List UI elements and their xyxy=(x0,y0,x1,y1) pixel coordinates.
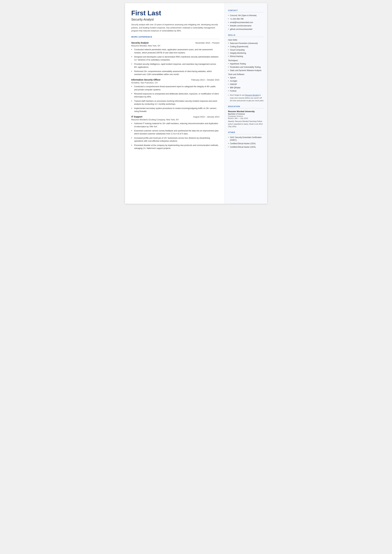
job-title-2: Information Security Officer xyxy=(131,78,161,81)
job-header-3: IT Support August 2010 – January 2013 xyxy=(131,115,219,118)
job-header-1: Security Analyst November 2015 – Present xyxy=(131,42,219,44)
job-dates-2: February 2013 – October 2015 xyxy=(191,79,219,81)
skill-item: Ethical Hacking xyxy=(228,55,264,58)
bullet-item: Authored IT training material for 18+ st… xyxy=(131,122,219,128)
education-section: EDUCATION Resume Worded University Bache… xyxy=(228,105,264,128)
technique-item: Penetration and Vulnerability Testing xyxy=(228,66,264,69)
technique-item: Hypothesis Testing xyxy=(228,63,264,65)
bullet-item: Implemented secondary system procedures … xyxy=(131,107,219,113)
contact-location: Concord, NH (Open to Remote) xyxy=(228,14,264,17)
other-list: GIAC Security Essentials Certification (… xyxy=(228,136,264,148)
left-column: First Last Security Analyst Security ana… xyxy=(125,3,224,204)
other-section-title: OTHER xyxy=(228,131,264,134)
skill-item: Integrity Monitoring xyxy=(228,52,264,55)
job-title-3: IT Support xyxy=(131,115,142,118)
tool-item: ArcSight xyxy=(228,80,264,83)
job-company-1: Resume Worded, New York, NY xyxy=(131,44,219,47)
contact-linkedin: linkedin.com/in/username xyxy=(228,24,264,27)
bullet-item: Resolved exposures to unexpected and del… xyxy=(131,92,219,98)
skill-item: Data-loss Prevention (Advanced) xyxy=(228,42,264,45)
job-company-3: Resume Worded's Exciting Company, New Yo… xyxy=(131,119,219,121)
techniques-label: Techniques: xyxy=(228,59,264,62)
edu-degree: Bachelor of Science xyxy=(228,113,264,115)
job-bullets-3: Authored IT training material for 18+ st… xyxy=(131,122,219,150)
other-section: OTHER GIAC Security Essentials Certifica… xyxy=(228,131,264,148)
bullet-item: Prevented disaster at the company by imp… xyxy=(131,144,219,150)
tools-list: Splunk ArcSight OWASP IBM QRadar Fortine… xyxy=(228,77,264,92)
job-company-2: Growthsi, San Francisco, CA xyxy=(131,82,219,84)
job-bullets-1: Conducted network penetration tests, app… xyxy=(131,48,219,76)
edu-date: Boston, MA — July 2010 xyxy=(228,117,264,119)
rw-note-prefix: Don't forget to use xyxy=(230,94,245,96)
skills-section-title: SKILLS xyxy=(228,34,264,37)
tool-item: OWASP xyxy=(228,83,264,86)
contact-list: Concord, NH (Open to Remote) +1-234-456-… xyxy=(228,14,264,31)
job-bullets-2: Conducted a comprehensive threat assessm… xyxy=(131,85,219,113)
bullet-item: Performed 19+ comprehensive vulnerabilit… xyxy=(131,70,219,76)
job-header-2: Information Security Officer February 20… xyxy=(131,78,219,81)
hard-skills-label: Hard Skills: xyxy=(228,39,264,41)
tools-label: Tools and Software: xyxy=(228,73,264,76)
other-item: Certified Ethical Hacker (CEH) xyxy=(228,142,264,145)
candidate-summary: Security analyst with over 10 years of e… xyxy=(131,23,219,32)
bullet-item: Examined customer service survey feedbac… xyxy=(131,129,219,135)
bullet-item: Conducted network penetration tests, app… xyxy=(131,48,219,54)
tool-item: Fortinet xyxy=(228,90,264,92)
techniques-list: Hypothesis Testing Penetration and Vulne… xyxy=(228,63,264,72)
candidate-title: Security Analyst xyxy=(131,18,219,21)
job-dates-1: November 2015 – Present xyxy=(196,42,219,44)
rw-link[interactable]: Resume Worded xyxy=(245,94,259,96)
bullet-item: Trained staff members on processes invol… xyxy=(131,100,219,106)
job-title-1: Security Analyst xyxy=(131,42,148,44)
job-dates-3: August 2010 – January 2013 xyxy=(193,116,219,118)
hard-skills-list: Data-loss Prevention (Advanced) Coding (… xyxy=(228,42,264,58)
skill-item: Cloud Computing xyxy=(228,49,264,51)
contact-github: github.com/resumeworded xyxy=(228,28,264,31)
candidate-name: First Last xyxy=(131,9,219,17)
contact-section: CONTACT Concord, NH (Open to Remote) +1-… xyxy=(228,9,264,31)
edu-school: Resume Worded University xyxy=(228,110,264,112)
work-experience-section-title: WORK EXPERIENCE xyxy=(131,36,219,39)
skill-item: Coding (Experienced) xyxy=(228,45,264,48)
bullet-item: Increased profits and revenues of 15+ bu… xyxy=(131,137,219,143)
other-item: Certified Ethical Hacker (CEH). xyxy=(228,146,264,148)
education-section-title: EDUCATION xyxy=(228,105,264,108)
contact-section-title: CONTACT xyxy=(228,9,264,12)
rw-promo-note: Don't forget to use Resume Worded to sca… xyxy=(228,94,264,102)
bullet-item: Designed and developed a plan to decentr… xyxy=(131,56,219,62)
resume-page: First Last Security Analyst Security ana… xyxy=(125,3,267,204)
contact-email: email@resumeworded.com xyxy=(228,21,264,24)
contact-phone: +1-234-456-789 xyxy=(228,18,264,20)
tool-item: IBM QRadar xyxy=(228,86,264,89)
tool-item: Splunk xyxy=(228,77,264,79)
bullet-item: Provided security intelligence, rapid in… xyxy=(131,63,219,69)
edu-awards: Awards: Resume Worded Teaching Fellow (o… xyxy=(228,120,264,128)
skills-section: SKILLS Hard Skills: Data-loss Prevention… xyxy=(228,34,264,102)
right-column: CONTACT Concord, NH (Open to Remote) +1-… xyxy=(224,3,267,204)
other-item: GIAC Security Essentials Certification (… xyxy=(228,136,264,141)
edu-field: Computer Science xyxy=(228,115,264,117)
technique-item: Static and Dynamic Malware Analysis xyxy=(228,69,264,72)
bullet-item: Conducted a comprehensive threat assessm… xyxy=(131,85,219,91)
